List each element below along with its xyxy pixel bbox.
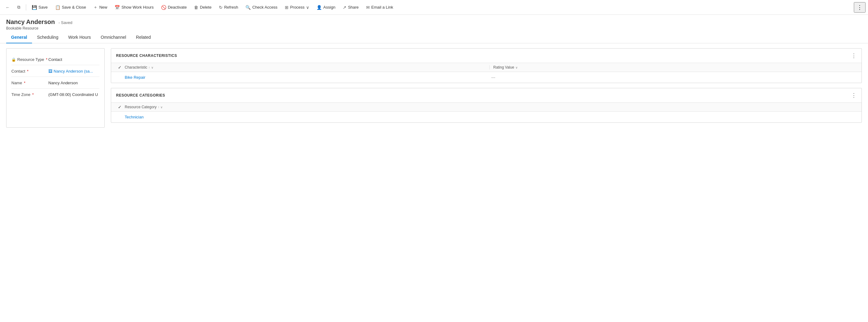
tab-work-hours[interactable]: Work Hours bbox=[63, 32, 96, 43]
show-work-hours-button[interactable]: 📅 Show Work Hours bbox=[112, 4, 157, 11]
delete-button[interactable]: 🗑 Delete bbox=[191, 4, 215, 11]
deactivate-icon: 🚫 bbox=[161, 5, 166, 10]
saved-badge: - Saved bbox=[59, 20, 72, 25]
assign-button[interactable]: 👤 Assign bbox=[313, 4, 338, 11]
characteristics-grid-header: ✓ Characteristic ↑ ∨ Rating Value ∨ bbox=[111, 63, 862, 72]
categories-col-category[interactable]: Resource Category ↑ ∨ bbox=[125, 105, 858, 109]
resource-type-label: 🔒 Resource Type * bbox=[11, 57, 48, 62]
category-row-1: Technician bbox=[111, 112, 862, 122]
categories-grid-header: ✓ Resource Category ↑ ∨ bbox=[111, 103, 862, 112]
resource-categories-more-button[interactable]: ⋮ bbox=[851, 92, 857, 99]
process-button[interactable]: ⊞ Process ∨ bbox=[282, 4, 312, 11]
form-row-name: Name * Nancy Anderson bbox=[11, 77, 99, 88]
form-card: 🔒 Resource Type * Contact Contact * 🖼 Na… bbox=[6, 48, 105, 128]
required-indicator: * bbox=[24, 81, 26, 85]
more-icon: ⋮ bbox=[857, 4, 863, 10]
cat-sort-up-icon: ↑ bbox=[158, 106, 159, 109]
category-col-label: Resource Category bbox=[125, 105, 156, 109]
required-indicator: * bbox=[46, 58, 48, 62]
back-button[interactable]: ← bbox=[2, 4, 13, 11]
save-button[interactable]: 💾 Save bbox=[29, 4, 51, 11]
delete-icon: 🗑 bbox=[194, 5, 198, 10]
save-close-icon: 📋 bbox=[55, 5, 60, 10]
tab-general[interactable]: General bbox=[6, 32, 32, 43]
share-icon: ↗ bbox=[343, 5, 346, 10]
save-icon: 💾 bbox=[32, 5, 37, 10]
cat-sort-down-icon: ∨ bbox=[160, 106, 162, 109]
page-header: Nancy Anderson - Saved Bookable Resource bbox=[0, 15, 868, 32]
required-indicator: * bbox=[32, 93, 34, 97]
save-close-button[interactable]: 📋 Save & Close bbox=[52, 4, 89, 11]
name-value: Nancy Anderson bbox=[48, 80, 99, 85]
email-link-button[interactable]: ✉ Email a Link bbox=[363, 4, 396, 11]
characteristic-value-1[interactable]: Bike Repair bbox=[125, 75, 491, 80]
required-indicator: * bbox=[27, 69, 29, 73]
resource-characteristics-panel: RESOURCE CHARACTERISTICS ⋮ ✓ Characteris… bbox=[111, 48, 862, 83]
resource-characteristics-more-button[interactable]: ⋮ bbox=[851, 52, 857, 59]
cat-check-all-icon: ✓ bbox=[118, 105, 122, 109]
categories-check-all[interactable]: ✓ bbox=[115, 105, 125, 109]
share-button[interactable]: ↗ Share bbox=[340, 4, 362, 11]
rating-col-label: Rating Value bbox=[493, 65, 514, 70]
characteristic-col-label: Characteristic bbox=[125, 65, 147, 70]
resource-characteristics-header: RESOURCE CHARACTERISTICS ⋮ bbox=[111, 48, 862, 63]
category-value-1[interactable]: Technician bbox=[125, 115, 858, 119]
form-row-timezone: Time Zone * (GMT-08:00) Coordinated U bbox=[11, 88, 99, 100]
refresh-button[interactable]: ↻ Refresh bbox=[216, 4, 241, 11]
characteristics-col-rating[interactable]: Rating Value ∨ bbox=[489, 65, 858, 70]
page-subtitle: Bookable Resource bbox=[6, 26, 862, 30]
tab-scheduling[interactable]: Scheduling bbox=[32, 32, 63, 43]
chevron-down-icon: ∨ bbox=[306, 5, 309, 10]
contact-label: Contact * bbox=[11, 68, 48, 73]
refresh-icon: ↻ bbox=[219, 5, 223, 10]
toolbar: ← ⧉ 💾 Save 📋 Save & Close ＋ New 📅 Show W… bbox=[0, 0, 868, 15]
contact-link-icon: 🖼 bbox=[48, 69, 52, 73]
characteristics-check-all[interactable]: ✓ bbox=[115, 65, 125, 70]
check-access-button[interactable]: 🔍 Check Access bbox=[242, 4, 280, 11]
resource-categories-header: RESOURCE CATEGORIES ⋮ bbox=[111, 88, 862, 103]
resource-characteristics-title: RESOURCE CHARACTERISTICS bbox=[116, 53, 177, 58]
email-icon: ✉ bbox=[366, 5, 370, 10]
check-all-icon: ✓ bbox=[118, 65, 122, 70]
form-row-contact: Contact * 🖼 Nancy Anderson (sa... bbox=[11, 65, 99, 77]
tab-related[interactable]: Related bbox=[131, 32, 156, 43]
sort-down-icon: ∨ bbox=[151, 66, 153, 69]
page-title: Nancy Anderson bbox=[6, 19, 55, 25]
more-button[interactable]: ⋮ bbox=[854, 2, 866, 12]
back-icon: ← bbox=[5, 5, 10, 10]
sort-up-icon: ↑ bbox=[148, 66, 150, 69]
separator-1 bbox=[26, 4, 26, 10]
form-row-resource-type: 🔒 Resource Type * Contact bbox=[11, 53, 99, 65]
process-icon: ⊞ bbox=[285, 5, 288, 10]
resource-type-value: Contact bbox=[48, 57, 99, 62]
tab-omnichannel[interactable]: Omnichannel bbox=[96, 32, 131, 43]
new-button[interactable]: ＋ New bbox=[90, 3, 110, 11]
calendar-icon: 📅 bbox=[115, 5, 120, 10]
new-icon: ＋ bbox=[93, 5, 98, 10]
timezone-value: (GMT-08:00) Coordinated U bbox=[48, 92, 99, 97]
rating-value-1: --- bbox=[491, 75, 858, 80]
name-label: Name * bbox=[11, 80, 48, 85]
rating-sort-down-icon: ∨ bbox=[516, 66, 518, 69]
timezone-label: Time Zone * bbox=[11, 92, 48, 97]
right-panels: RESOURCE CHARACTERISTICS ⋮ ✓ Characteris… bbox=[111, 48, 862, 128]
window-button[interactable]: ⧉ bbox=[14, 3, 23, 11]
tabs: General Scheduling Work Hours Omnichanne… bbox=[0, 32, 868, 43]
check-access-icon: 🔍 bbox=[245, 5, 251, 10]
characteristic-row-1: Bike Repair --- bbox=[111, 72, 862, 83]
lock-icon: 🔒 bbox=[11, 58, 16, 62]
characteristics-col-characteristic[interactable]: Characteristic ↑ ∨ bbox=[125, 65, 489, 70]
deactivate-button[interactable]: 🚫 Deactivate bbox=[158, 4, 190, 11]
window-icon: ⧉ bbox=[17, 5, 20, 10]
resource-categories-title: RESOURCE CATEGORIES bbox=[116, 93, 165, 98]
assign-icon: 👤 bbox=[316, 5, 322, 10]
resource-categories-panel: RESOURCE CATEGORIES ⋮ ✓ Resource Categor… bbox=[111, 88, 862, 123]
main-content: 🔒 Resource Type * Contact Contact * 🖼 Na… bbox=[0, 48, 868, 128]
contact-value[interactable]: 🖼 Nancy Anderson (sa... bbox=[48, 68, 99, 73]
